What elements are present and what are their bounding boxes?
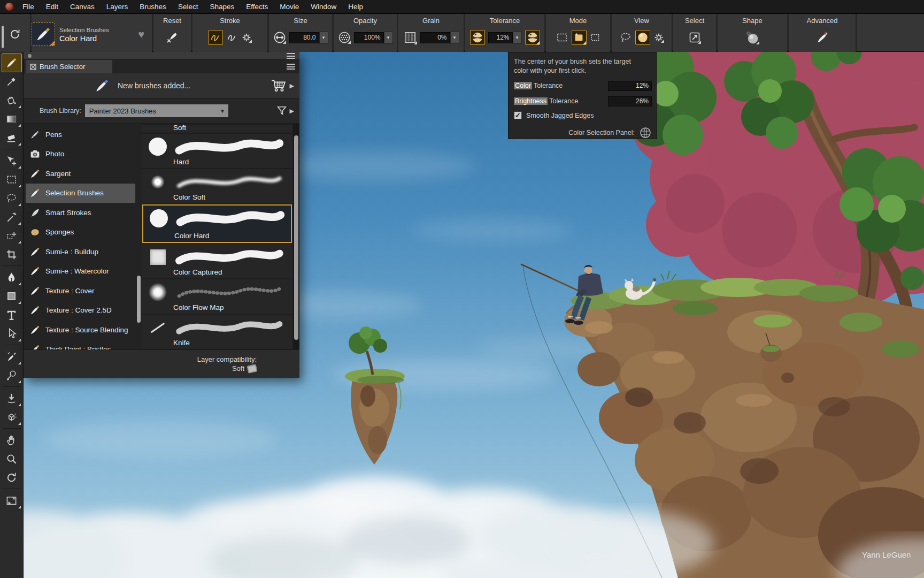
crop-tool[interactable] xyxy=(2,245,22,264)
menu-item[interactable]: Movie xyxy=(274,0,305,14)
brush-variant-item[interactable]: Soft xyxy=(142,125,292,133)
brush-library-dropdown[interactable]: Painter 2023 Brushes ▼ xyxy=(85,104,228,117)
variant-scrollbar[interactable] xyxy=(293,124,299,349)
brush-store-cart-icon[interactable] xyxy=(271,79,287,93)
panel-drag-bar[interactable] xyxy=(24,52,299,59)
advanced-brush-settings-button[interactable] xyxy=(815,31,829,44)
menu-item[interactable]: Layers xyxy=(101,0,134,14)
brush-category-item[interactable]: Thick Paint : Bristles xyxy=(26,340,135,350)
tolerance-icon[interactable] xyxy=(470,30,485,45)
tab-menu-icon[interactable] xyxy=(287,64,295,70)
screen-mode-toggle[interactable] xyxy=(2,491,22,510)
menu-item[interactable]: Canvas xyxy=(64,0,101,14)
brush-category-item[interactable]: Selection Brushes xyxy=(26,184,135,203)
straight-stroke-button[interactable] xyxy=(226,32,238,43)
brush-category-item[interactable]: Texture : Cover xyxy=(26,281,135,301)
brush-category-item[interactable]: Sponges xyxy=(26,223,135,242)
grain-value-field[interactable]: 0% xyxy=(420,32,450,43)
brush-variant-item[interactable]: Knife xyxy=(142,315,292,349)
smooth-jagged-edges-checkbox[interactable]: ✓ xyxy=(514,111,522,119)
rectangular-selection-tool[interactable] xyxy=(2,170,22,189)
restore-defaults-icon[interactable] xyxy=(9,28,21,41)
size-icon[interactable] xyxy=(273,31,286,44)
brush-category-item[interactable]: Texture : Source Blending xyxy=(26,320,135,340)
brush-category-item[interactable]: Sargent xyxy=(26,164,135,184)
dropper-tool[interactable] xyxy=(2,72,22,91)
shape-edit-tool[interactable] xyxy=(2,347,22,366)
color-selection-panel-icon[interactable] xyxy=(639,126,652,139)
gradient-tool[interactable] xyxy=(2,110,22,128)
mode-new-selection-button[interactable] xyxy=(556,31,568,44)
paint-bucket-tool[interactable] xyxy=(2,91,22,110)
selection-adjuster-tool[interactable] xyxy=(2,226,22,245)
filter-funnel-icon[interactable] xyxy=(276,105,288,117)
view-settings-gear-icon[interactable] xyxy=(653,32,664,43)
drip-tool[interactable] xyxy=(2,389,22,408)
brush-category-item[interactable]: Sumi-e : Watercolor xyxy=(26,262,135,282)
rectangular-shape-tool[interactable] xyxy=(2,287,22,306)
opacity-value-field[interactable]: 100% xyxy=(354,32,384,43)
brush-category-item[interactable]: Sumi-e : Buildup xyxy=(26,242,135,262)
view-marquee-button[interactable] xyxy=(619,31,632,44)
size-value-field[interactable]: 80.0 xyxy=(289,32,319,43)
favorite-heart-icon[interactable]: ♥ xyxy=(138,28,144,41)
panel-menu-icon[interactable] xyxy=(287,53,295,59)
shape-options-button[interactable] xyxy=(745,31,759,44)
tolerance-value-field[interactable]: 12% xyxy=(488,32,513,43)
grabber-tool[interactable] xyxy=(2,431,22,450)
grain-icon[interactable] xyxy=(403,31,417,44)
banner-flyout-arrow-icon[interactable]: ▶ xyxy=(290,82,294,89)
menu-item[interactable]: Effects xyxy=(240,0,274,14)
category-scrollbar-thumb[interactable] xyxy=(137,276,141,323)
brush-variant-item[interactable]: Color Captured xyxy=(142,244,292,278)
menu-item[interactable]: Select xyxy=(172,0,204,14)
opacity-dropdown-button[interactable]: ▼ xyxy=(384,32,393,44)
eraser-tool[interactable] xyxy=(2,128,22,147)
stroke-options-button[interactable] xyxy=(241,32,252,43)
brush-category-item[interactable]: Texture : Cover 2.5D xyxy=(26,301,135,321)
menu-item[interactable]: Help xyxy=(342,0,369,14)
brush-category-item[interactable]: Pens xyxy=(26,125,135,144)
menu-item[interactable]: Shapes xyxy=(204,0,240,14)
rotate-page-tool[interactable] xyxy=(2,468,22,487)
menu-item[interactable]: Brushes xyxy=(134,0,172,14)
variant-scrollbar-thumb[interactable] xyxy=(294,135,298,340)
tolerance-sample-icon[interactable] xyxy=(525,30,540,45)
freehand-stroke-button[interactable] xyxy=(208,30,223,45)
menu-item[interactable]: File xyxy=(17,0,40,14)
new-brushes-banner[interactable]: New brushes added... ▶ xyxy=(24,73,299,98)
view-overlay-button[interactable] xyxy=(635,30,650,45)
opacity-icon[interactable] xyxy=(338,31,351,44)
perspective-guides-tool[interactable] xyxy=(2,408,22,427)
brush-category-item[interactable]: Photo xyxy=(26,144,135,164)
brush-variant-item[interactable]: Color Soft xyxy=(142,169,292,203)
divine-proportion-tool[interactable] xyxy=(2,366,22,385)
mode-add-selection-button[interactable] xyxy=(572,30,587,45)
mode-subtract-selection-button[interactable] xyxy=(590,32,600,43)
grain-dropdown-button[interactable]: ▼ xyxy=(450,32,459,44)
reset-brush-button[interactable] xyxy=(166,31,179,44)
category-scrollbar[interactable] xyxy=(136,125,142,348)
text-tool[interactable] xyxy=(2,306,22,324)
magnifier-tool[interactable] xyxy=(2,450,22,468)
brush-category-item[interactable]: Smart Strokes xyxy=(26,203,135,223)
menu-item[interactable]: Edit xyxy=(40,0,64,14)
brush-variant-item[interactable]: Hard xyxy=(142,134,292,168)
magic-wand-tool[interactable] xyxy=(2,208,22,226)
menu-item[interactable]: Window xyxy=(305,0,342,14)
current-brush-chip[interactable]: Selection Brushes Color Hard ♥ xyxy=(32,17,152,52)
setting-value-field[interactable]: 12% xyxy=(608,81,652,91)
setting-value-field[interactable]: 26% xyxy=(608,96,652,107)
brush-variant-item[interactable]: Color Flow Map xyxy=(142,279,292,314)
layer-adjuster-tool[interactable] xyxy=(2,151,22,170)
lasso-tool[interactable] xyxy=(2,189,22,208)
brush-variant-item[interactable]: Color Hard xyxy=(142,204,292,243)
tolerance-dropdown-button[interactable]: ▼ xyxy=(513,32,522,44)
shape-selection-tool[interactable] xyxy=(2,324,22,343)
select-options-button[interactable] xyxy=(688,31,701,44)
size-dropdown-button[interactable]: ▼ xyxy=(319,32,328,44)
brush-selector-tab[interactable]: Brush Selector xyxy=(26,60,112,73)
pen-tool[interactable] xyxy=(2,268,22,287)
brush-tool[interactable] xyxy=(2,54,22,72)
library-flyout-arrow-icon[interactable]: ▶ xyxy=(290,108,294,115)
